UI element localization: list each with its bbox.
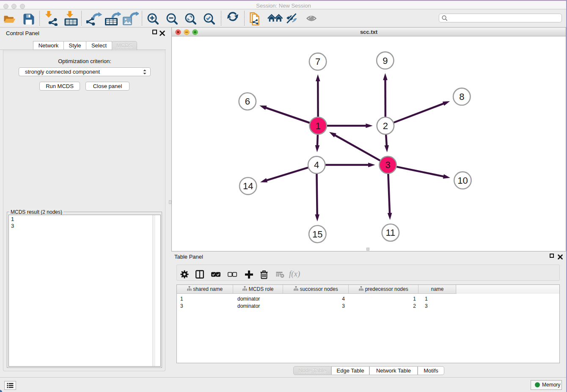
svg-text:9: 9 bbox=[383, 55, 388, 66]
svg-text:15: 15 bbox=[312, 229, 322, 240]
svg-text:11: 11 bbox=[385, 227, 395, 238]
svg-text:7: 7 bbox=[315, 56, 320, 67]
svg-text:3: 3 bbox=[385, 160, 390, 170]
svg-text:8: 8 bbox=[459, 91, 464, 102]
svg-text:14: 14 bbox=[243, 181, 253, 191]
svg-text:4: 4 bbox=[314, 160, 319, 170]
svg-text:2: 2 bbox=[383, 121, 388, 131]
svg-text:f(x): f(x) bbox=[289, 270, 300, 279]
svg-text:10: 10 bbox=[457, 175, 468, 186]
svg-text:1: 1 bbox=[316, 121, 321, 131]
svg-text:6: 6 bbox=[245, 96, 250, 107]
